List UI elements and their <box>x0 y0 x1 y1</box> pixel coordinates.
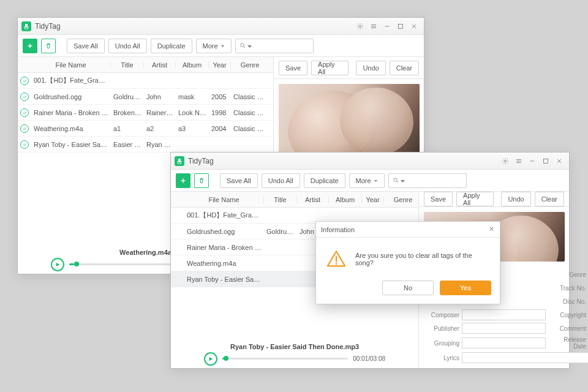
apply-all-button[interactable]: Apply All <box>311 61 349 75</box>
minimize-icon[interactable] <box>381 20 393 32</box>
app-title: TidyTag <box>35 22 61 31</box>
svg-point-7 <box>393 178 397 182</box>
dialog-text: Are you sure you to clear all tags of th… <box>355 252 490 266</box>
maximize-icon[interactable] <box>394 20 407 32</box>
app-icon <box>175 156 184 166</box>
dialog-title: Information <box>316 222 500 238</box>
search-box[interactable] <box>235 39 314 53</box>
delete-button[interactable] <box>194 173 209 188</box>
undo-all-button[interactable]: Undo All <box>108 39 147 53</box>
progress-bar[interactable] <box>222 358 348 360</box>
grouping-field[interactable] <box>462 337 546 349</box>
svg-point-1 <box>360 25 361 27</box>
check-icon <box>20 92 29 101</box>
save-button[interactable]: Save <box>279 61 307 75</box>
more-button[interactable]: More <box>349 173 385 188</box>
time-code: 00:01/03:08 <box>353 355 385 362</box>
minimize-icon[interactable] <box>526 155 538 167</box>
titlebar: TidyTag <box>171 153 569 170</box>
toolbar: Save All Undo All Duplicate More <box>18 35 424 57</box>
check-icon <box>20 108 29 117</box>
no-button[interactable]: No <box>382 281 434 295</box>
save-all-button[interactable]: Save All <box>220 173 258 188</box>
composer-field[interactable] <box>462 309 546 320</box>
table-header: File NameTitleArtist AlbumYearGenre <box>18 57 273 73</box>
play-button[interactable] <box>204 352 217 366</box>
warning-icon <box>326 249 347 270</box>
svg-rect-2 <box>399 24 403 28</box>
more-button[interactable]: More <box>196 39 232 53</box>
delete-button[interactable] <box>41 39 56 53</box>
svg-point-9 <box>336 263 337 265</box>
svg-point-3 <box>240 43 244 47</box>
table-row[interactable]: Weathering.m4aa1a2a32004Classic Rock <box>18 121 273 137</box>
window-front: TidyTag Save All Undo All Duplicate More… <box>170 152 570 369</box>
svg-rect-4 <box>178 159 181 162</box>
right-actions: Save Apply All Undo Clear <box>274 57 424 79</box>
now-playing-title: Ryan Toby - Easier Said Then Done.mp3 <box>230 343 359 350</box>
menu-icon[interactable] <box>513 155 525 167</box>
check-icon <box>20 140 29 149</box>
dialog-close-icon[interactable] <box>488 225 495 233</box>
undo-button[interactable]: Undo <box>501 192 530 206</box>
play-button[interactable] <box>51 258 64 271</box>
app-icon <box>21 21 31 31</box>
toolbar: Save All Undo All Duplicate More <box>171 170 569 192</box>
duplicate-button[interactable]: Duplicate <box>304 173 345 188</box>
now-playing-title: Weathering.m4a <box>119 249 172 256</box>
table-row[interactable]: Ryan Toby - Easier Said Th...Easier Sai.… <box>18 137 273 153</box>
table-header: File NameTitleArtist AlbumYearGenre <box>171 192 418 208</box>
publisher-field[interactable] <box>462 323 546 334</box>
clear-button[interactable]: Clear <box>390 61 419 75</box>
settings-icon[interactable] <box>354 20 366 32</box>
search-input[interactable] <box>254 42 309 50</box>
undo-all-button[interactable]: Undo All <box>262 173 300 188</box>
svg-point-5 <box>505 160 507 162</box>
close-icon[interactable] <box>553 155 565 167</box>
menu-icon[interactable] <box>368 20 380 32</box>
check-icon <box>20 77 29 85</box>
search-box[interactable] <box>388 173 467 188</box>
svg-rect-6 <box>544 159 548 163</box>
app-title: TidyTag <box>188 157 214 165</box>
duplicate-button[interactable]: Duplicate <box>151 39 192 53</box>
table-row[interactable]: 001.【HD】Fate_Grand Ord... <box>18 73 273 89</box>
save-all-button[interactable]: Save All <box>67 39 105 53</box>
lyrics-field[interactable] <box>462 352 588 363</box>
yes-button[interactable]: Yes <box>440 281 491 295</box>
add-button[interactable] <box>23 39 37 53</box>
titlebar: TidyTag <box>18 18 424 35</box>
right-actions: Save Apply All Undo Clear <box>419 192 569 207</box>
clear-button[interactable]: Clear <box>535 192 564 206</box>
table-row[interactable]: Rainer Maria - Broken Rad...Broken Ra...… <box>18 105 273 121</box>
svg-rect-0 <box>25 24 28 28</box>
confirm-dialog: Information Are you sure you to clear al… <box>315 221 500 304</box>
settings-icon[interactable] <box>499 155 511 167</box>
save-button[interactable]: Save <box>424 192 453 206</box>
apply-all-button[interactable]: Apply All <box>456 192 494 206</box>
add-button[interactable] <box>176 173 190 188</box>
search-input[interactable] <box>407 177 462 184</box>
table-row[interactable]: Goldrushed.oggGoldrushdJohnmask2005Class… <box>18 89 273 105</box>
check-icon <box>20 124 29 133</box>
maximize-icon[interactable] <box>540 155 552 167</box>
close-icon[interactable] <box>408 20 420 32</box>
undo-button[interactable]: Undo <box>356 61 385 75</box>
playbar: Ryan Toby - Easier Said Then Done.mp3 00… <box>171 341 418 368</box>
